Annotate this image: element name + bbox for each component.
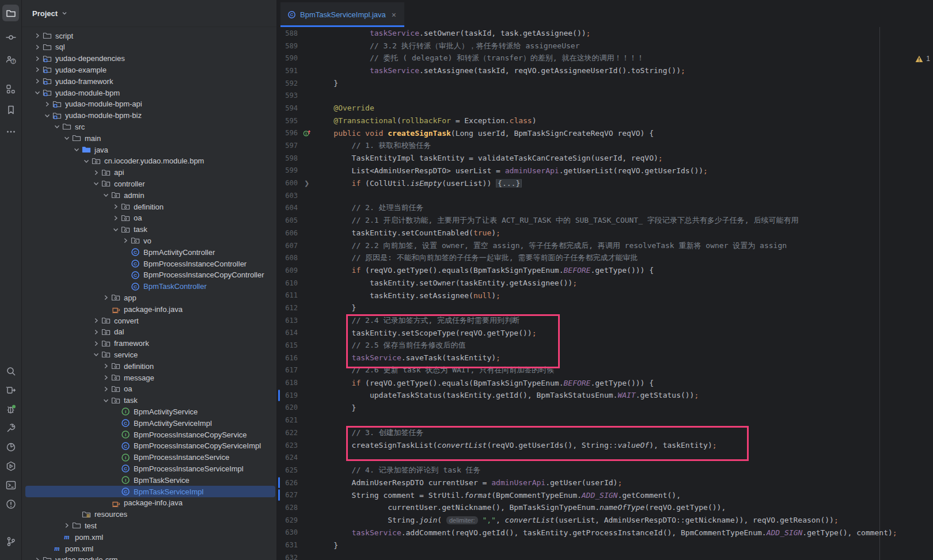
- tree-item-api[interactable]: api: [22, 167, 276, 178]
- chevron-right-icon[interactable]: [92, 339, 101, 348]
- chevron-right-icon[interactable]: [111, 202, 120, 211]
- problems-icon[interactable]: [2, 496, 19, 512]
- code-area[interactable]: 588 taskService.setOwner(taskId, task.ge…: [277, 27, 933, 560]
- close-icon[interactable]: ×: [390, 10, 397, 20]
- chevron-right-icon[interactable]: [121, 236, 130, 245]
- tree-item-sql[interactable]: sql: [22, 41, 276, 53]
- commit-icon[interactable]: [2, 29, 19, 45]
- bookmarks-icon[interactable]: [2, 101, 19, 118]
- tree-item-yudao-module-bpm-api[interactable]: yudao-module-bpm-api: [22, 98, 276, 110]
- tree-item-bpmprocessinstancecopycontroller[interactable]: CBpmProcessInstanceCopyController: [22, 269, 276, 281]
- chevron-right-icon[interactable]: [92, 316, 101, 325]
- structure-icon[interactable]: [2, 81, 19, 97]
- chevron-right-icon[interactable]: [33, 31, 42, 40]
- tree-item-bpmtaskserviceimpl[interactable]: CBpmTaskServiceImpl: [22, 486, 276, 497]
- chevron-down-icon[interactable]: [62, 134, 71, 143]
- tree-item-pom-xml[interactable]: mpom.xml: [22, 543, 276, 554]
- chevron-right-icon[interactable]: [92, 168, 101, 177]
- chevron-right-icon[interactable]: [101, 361, 111, 371]
- services-icon[interactable]: [2, 382, 19, 398]
- override-gutter[interactable]: I: [298, 127, 316, 140]
- chevron-right-icon[interactable]: [101, 293, 111, 302]
- tree-item-task[interactable]: task: [22, 395, 276, 406]
- tree-item-admin[interactable]: admin: [22, 189, 276, 201]
- chevron-down-icon[interactable]: [92, 350, 101, 359]
- chevron-right-icon[interactable]: [101, 384, 111, 394]
- chevron-down-icon[interactable]: [82, 157, 91, 166]
- folded-region[interactable]: {...}: [496, 179, 522, 188]
- build-icon[interactable]: [2, 420, 19, 436]
- chevron-right-icon[interactable]: [101, 373, 111, 382]
- tree-item-script[interactable]: script: [22, 30, 276, 41]
- terminal-icon[interactable]: [2, 477, 19, 493]
- tree-item-yudao-example[interactable]: yudao-example: [22, 64, 276, 75]
- tree-item-service[interactable]: service: [22, 349, 276, 360]
- tree-item-java[interactable]: java: [22, 144, 276, 155]
- chevron-down-icon[interactable]: [72, 145, 81, 154]
- chevron-right-icon[interactable]: [33, 54, 42, 63]
- tree-item-pom-xml[interactable]: mpom.xml: [22, 531, 276, 543]
- chevron-down-icon[interactable]: [101, 396, 111, 405]
- fold-gutter[interactable]: ❯: [298, 177, 316, 189]
- tree-item-app[interactable]: app: [22, 292, 276, 303]
- tree-item-test[interactable]: test: [22, 520, 276, 531]
- tree-item-message[interactable]: message: [22, 372, 276, 383]
- tree-item-package-info-java[interactable]: package-info.java: [22, 497, 276, 509]
- git-icon[interactable]: [2, 533, 19, 550]
- tree-item-bpmactivityservice[interactable]: IBpmActivityService: [22, 406, 276, 417]
- tree-item-task[interactable]: task: [22, 224, 276, 235]
- tree-item-bpmtaskcontroller[interactable]: CBpmTaskController: [22, 281, 276, 292]
- tree-item-controller[interactable]: controller: [22, 178, 276, 189]
- chevron-right-icon[interactable]: [111, 214, 120, 223]
- tree-item-oa[interactable]: oa: [22, 212, 276, 224]
- project-panel-header[interactable]: Project: [22, 0, 276, 27]
- tree-item-definition[interactable]: definition: [22, 201, 276, 212]
- chevron-down-icon[interactable]: [43, 111, 52, 120]
- tree-item-bpmprocessinstancecopyserviceimpl[interactable]: CBpmProcessInstanceCopyServiceImpl: [22, 440, 276, 452]
- tree-item-src[interactable]: src: [22, 121, 276, 132]
- tree-item-yudao-framework[interactable]: yudao-framework: [22, 75, 276, 87]
- tree-item-convert[interactable]: convert: [22, 315, 276, 326]
- pull-requests-icon[interactable]: ?: [2, 51, 19, 68]
- tree-item-bpmactivitycontroller[interactable]: CBpmActivityController: [22, 246, 276, 258]
- tree-item-bpmprocessinstanceservice[interactable]: IBpmProcessInstanceService: [22, 452, 276, 463]
- chevron-right-icon[interactable]: [43, 100, 52, 109]
- chevron-right-icon[interactable]: [33, 43, 42, 52]
- chevron-right-icon[interactable]: [33, 77, 42, 86]
- tree-item-bpmprocessinstanceserviceimpl[interactable]: CBpmProcessInstanceServiceImpl: [22, 463, 276, 474]
- tree-item-resources[interactable]: resources: [22, 509, 276, 520]
- tree-item-yudao-module-bpm-biz[interactable]: yudao-module-bpm-biz: [22, 110, 276, 121]
- tree-item-bpmprocessinstancecontroller[interactable]: CBpmProcessInstanceController: [22, 258, 276, 269]
- run-icon[interactable]: [2, 458, 19, 474]
- tree-item-yudao-module-crm[interactable]: yudao-module-crm: [22, 554, 276, 560]
- tree-item-bpmactivityserviceimpl[interactable]: CBpmActivityServiceImpl: [22, 417, 276, 429]
- debug-icon[interactable]: [2, 401, 19, 417]
- chevron-down-icon[interactable]: [92, 179, 101, 188]
- tree-item-yudao-dependencies[interactable]: yudao-dependencies: [22, 53, 276, 64]
- profiler-icon[interactable]: [2, 439, 19, 455]
- tree-item-cn-iocoder-yudao-module-bpm[interactable]: cn.iocoder.yudao.module.bpm: [22, 155, 276, 167]
- chevron-down-icon[interactable]: [52, 122, 62, 131]
- tree-item-oa[interactable]: oa: [22, 383, 276, 395]
- tree-item-bpmprocessinstancecopyservice[interactable]: IBpmProcessInstanceCopyService: [22, 429, 276, 440]
- tree-item-dal[interactable]: dal: [22, 326, 276, 338]
- chevron-right-icon[interactable]: [92, 327, 101, 337]
- tree-item-framework[interactable]: framework: [22, 338, 276, 349]
- tree-item-yudao-module-bpm[interactable]: yudao-module-bpm: [22, 87, 276, 98]
- chevron-right-icon[interactable]: [33, 555, 42, 560]
- chevron-right-icon[interactable]: [62, 521, 71, 530]
- tree-item-main[interactable]: main: [22, 132, 276, 144]
- inspections-widget[interactable]: 1: [915, 55, 933, 63]
- tree-item-package-info-java[interactable]: package-info.java: [22, 303, 276, 315]
- more-icon[interactable]: [2, 123, 19, 140]
- chevron-down-icon[interactable]: [101, 191, 111, 200]
- tree-item-bpmtaskservice[interactable]: IBpmTaskService: [22, 474, 276, 486]
- chevron-down-icon[interactable]: [111, 225, 120, 234]
- chevron-right-icon[interactable]: [33, 65, 42, 74]
- tab-bpmtaskserviceimpl[interactable]: C BpmTaskServiceImpl.java ×: [280, 2, 404, 27]
- chevron-down-icon[interactable]: [33, 88, 42, 97]
- project-icon[interactable]: [2, 5, 19, 21]
- search-icon[interactable]: [2, 363, 19, 379]
- tree-item-definition[interactable]: definition: [22, 360, 276, 372]
- tree-item-vo[interactable]: vo: [22, 235, 276, 246]
